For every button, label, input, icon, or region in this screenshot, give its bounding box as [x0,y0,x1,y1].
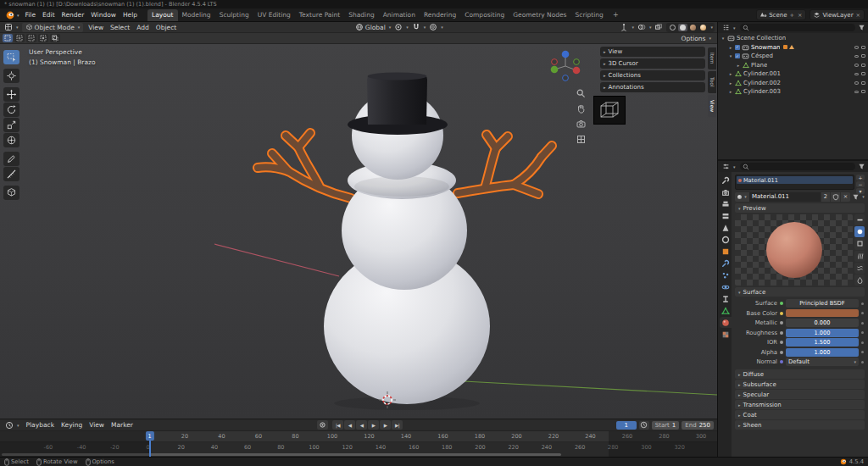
outliner-editor-type-button[interactable]: ▾ [721,24,737,31]
scene-selector[interactable]: Scene + × [756,9,806,20]
mode-selector[interactable]: Object Mode ▾ [22,23,84,32]
n-panel-section-collections[interactable]: ▸Collections [600,70,705,80]
tool-move[interactable] [3,87,19,102]
viewport-menu-view[interactable]: View [85,24,107,31]
material-filter-button[interactable]: ▾ [852,193,865,201]
caret-collapsed-icon[interactable]: ▸ [736,63,741,68]
collection-checkbox[interactable]: ✓ [735,53,740,58]
tool-rotate[interactable] [3,103,19,117]
properties-tab-constraints[interactable] [720,293,732,304]
properties-tab-object-data[interactable] [720,305,732,316]
transport-jump-to-start[interactable]: |◀ [332,420,343,430]
tool-options-dropdown[interactable]: Options ▾ [678,35,715,42]
transport-jump-to-prev-keyframe[interactable]: ◀ [344,420,355,430]
preview-panel-header[interactable]: ▾Preview [735,203,865,213]
shading-rendered-button[interactable] [698,24,708,31]
view-layer-selector[interactable]: ViewLayer × [810,9,865,20]
surface-panel-header[interactable]: ▾Surface [735,287,865,297]
timeline-ruler[interactable]: 2040608010012014016018020022024026028030… [0,431,717,442]
properties-tab-scene[interactable] [720,222,732,233]
material-name-field[interactable]: Material.011 [749,192,821,202]
transform-orientation-selector[interactable]: Global ▾ [353,23,392,31]
outliner-row-snowman[interactable]: ▸✓Snowman [718,43,868,53]
workspace-tab-layout[interactable]: Layout [147,9,178,21]
disable-viewports-toggle[interactable] [861,90,865,93]
hide-viewport-toggle[interactable] [854,73,859,76]
select-mode-intersect-button[interactable] [50,34,60,42]
tool-annotate[interactable] [3,152,19,166]
properties-tab-tool[interactable] [720,175,732,186]
show-overlays-toggle[interactable]: ▾ [636,23,654,31]
properties-tab-particles[interactable] [720,269,732,280]
n-panel-section-3d-cursor[interactable]: ▸3D Cursor [600,58,705,69]
collection-checkbox[interactable]: ✓ [735,45,740,50]
sidebar-tab-item[interactable]: Item [708,47,716,69]
workspace-tab-scripting[interactable]: Scripting [571,9,608,21]
properties-tab-modifiers[interactable] [720,258,732,269]
fake-user-toggle[interactable] [831,192,840,202]
workspace-tab-sculpting[interactable]: Sculpting [215,9,253,21]
roughness-slider[interactable]: 1.000 [786,329,859,337]
ior-slider[interactable]: 1.500 [786,338,859,347]
surface-button[interactable]: Principled BSDF [786,299,859,308]
menu-edit[interactable]: Edit [39,10,58,19]
panel-transmission[interactable]: ▸Transmission [735,400,865,409]
properties-tab-physics[interactable] [720,281,732,292]
shading-material-button[interactable] [688,24,698,31]
current-frame-field[interactable]: 1 [616,421,637,430]
outliner-row-plane[interactable]: ▸Plane [718,61,868,70]
hide-viewport-toggle[interactable] [854,81,859,85]
viewport-menu-object[interactable]: Object [153,24,180,31]
material-slot-list[interactable]: Material.011 [735,175,854,190]
menu-render[interactable]: Render [58,10,88,19]
properties-editor-type-button[interactable]: ▾ [721,163,737,170]
outliner-row-cylinder-002[interactable]: ▸Cylinder.002 [718,79,868,88]
panel-diffuse[interactable]: ▸Diffuse [735,369,865,379]
panel-sheen[interactable]: ▸Sheen [735,420,865,430]
select-mode-invert-button[interactable] [38,34,48,42]
alpha-slider[interactable]: 1.000 [786,348,859,357]
transport-play[interactable]: ▶ [368,420,379,430]
timeline-menu-keying[interactable]: Keying [58,421,86,429]
transport-jump-to-end[interactable]: ▶| [392,420,403,430]
timeline-scrollbar[interactable] [2,453,561,456]
outliner-row-cylinder-001[interactable]: ▸Cylinder.001 [718,69,868,79]
hide-viewport-toggle[interactable] [854,46,859,49]
viewport-menu-add[interactable]: Add [133,24,153,31]
preview-type-sphere[interactable] [854,226,865,237]
preview-type-cloth[interactable] [854,263,865,274]
preview-type-cube[interactable] [854,238,865,249]
playhead-badge[interactable]: 1 [146,431,154,441]
decorator-icon[interactable] [861,302,864,305]
workspace-tab-compositing[interactable]: Compositing [460,9,509,21]
show-gizmo-toggle[interactable]: ▾ [618,23,636,31]
panel-coat[interactable]: ▸Coat [735,410,865,419]
shading-dropdown[interactable]: ▾ [710,25,713,30]
frame-start-field[interactable]: Start1 [652,421,680,430]
panel-subsurface[interactable]: ▸Subsurface [735,380,865,389]
tool-add-cube[interactable] [3,186,19,200]
outliner-row-cylinder-003[interactable]: ▸Cylinder.003 [718,87,868,97]
preview-type-flat[interactable] [854,214,865,225]
select-mode-subtract-button[interactable] [26,34,36,42]
n-panel-section-annotations[interactable]: ▸Annotations [600,82,705,92]
tool-scale[interactable] [3,118,19,132]
caret-collapsed-icon[interactable]: ▸ [728,89,733,94]
properties-tab-material[interactable] [720,317,732,328]
hide-viewport-toggle[interactable] [854,55,859,58]
outliner-search-input[interactable] [740,24,855,31]
unlink-material-button[interactable]: × [841,192,850,202]
select-mode-extend-button[interactable] [14,34,25,42]
workspace-tab-modeling[interactable]: Modeling [178,9,215,21]
menu-help[interactable]: Help [120,10,141,19]
add-workspace-button[interactable]: + [610,11,621,19]
metallic-slider[interactable]: 0.000 [786,319,859,327]
viewport-menu-select[interactable]: Select [107,24,133,31]
timeline-editor-type-button[interactable]: ▾ [3,421,21,430]
preview-range-toggle[interactable] [639,421,649,430]
workspace-tab-rendering[interactable]: Rendering [420,9,460,21]
hide-viewport-toggle[interactable] [854,91,859,94]
caret-expanded-icon[interactable]: ▾ [728,53,733,58]
navigation-gizmo[interactable] [547,46,584,83]
shading-solid-button[interactable] [678,24,687,31]
